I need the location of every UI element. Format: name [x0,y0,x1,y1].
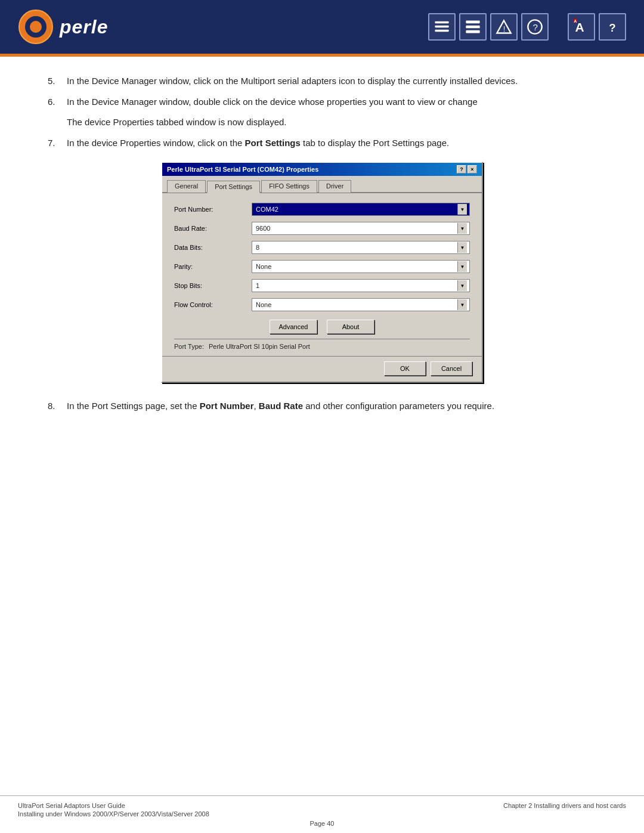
advanced-button[interactable]: Advanced [270,320,317,334]
svg-rect-7 [466,26,479,29]
steps-section: 5. In the Device Manager window, click o… [48,75,596,150]
svg-text:!: ! [503,24,506,33]
arrow-stop-bits[interactable]: ▼ [457,280,467,291]
label-parity: Parity: [174,263,252,270]
svg-text:A: A [574,19,577,23]
dialog-tabs: General Port Settings FIFO Settings Driv… [162,176,482,193]
field-parity: Parity: None ▼ [174,260,470,273]
field-data-bits: Data Bits: 8 ▼ [174,241,470,254]
header-toolbar: ! ? A A ? [428,13,626,41]
footer-row1: UltraPort Serial Adaptors User Guide Cha… [18,802,626,809]
step7-bold: Port Settings [245,138,301,148]
label-data-bits: Data Bits: [174,244,252,251]
svg-rect-4 [435,26,448,28]
svg-text:?: ? [609,21,615,34]
step8-text-mid: , [254,401,259,411]
step8-bold1: Port Number [200,401,254,411]
footer-left2: Installing under Windows 2000/XP/Server … [18,810,209,817]
about-button[interactable]: About [327,320,374,334]
svg-point-2 [30,21,42,33]
step-5: 5. In the Device Manager window, click o… [48,75,596,88]
step8-text-after: and other configuration parameters you r… [303,401,494,411]
main-content: 5. In the Device Manager window, click o… [0,57,644,444]
step8-bold2: Baud Rate [259,401,303,411]
port-type-value: Perle UltraPort SI 10pin Serial Port [209,343,310,350]
tab-general[interactable]: General [167,180,206,193]
page-footer: UltraPort Serial Adaptors User Guide Cha… [0,795,644,833]
logo-area: perle [18,9,108,45]
dialog-title: Perle UltraPort SI Serial Port (COM42) P… [167,166,318,173]
dialog-close-btn[interactable]: × [467,165,477,174]
dialog-bottom-buttons: OK Cancel [162,356,482,382]
step6-sub: The device Properties tabbed window is n… [48,116,596,129]
footer-right1: Chapter 2 Installing drivers and host ca… [503,802,626,809]
step-6: 6. In the Device Manager window, double … [48,95,596,109]
label-baud-rate: Baud Rate: [174,225,252,232]
cancel-button[interactable]: Cancel [431,361,472,376]
tab-fifo-settings[interactable]: FIFO Settings [261,180,317,193]
svg-rect-5 [435,30,448,32]
dialog-action-buttons: Advanced About [174,320,470,334]
select-parity[interactable]: None ▼ [252,260,470,273]
step8-text-before: In the Port Settings page, set the [67,401,200,411]
field-baud-rate: Baud Rate: 9600 ▼ [174,222,470,235]
header-font-icon[interactable]: A A [568,13,595,41]
header-question-icon[interactable]: ? [599,13,626,41]
step6-text: In the Device Manager window, double cli… [67,95,478,109]
step8-number: 8. [48,400,62,413]
svg-text:?: ? [533,22,538,32]
dialog-help-btn[interactable]: ? [457,165,466,174]
field-flow-control: Flow Control: None ▼ [174,298,470,311]
select-data-bits[interactable]: 8 ▼ [252,241,470,254]
arrow-parity[interactable]: ▼ [457,261,467,272]
svg-rect-8 [466,30,479,33]
dialog-screenshot: Perle UltraPort SI Serial Port (COM42) P… [48,162,596,383]
header-list-icon[interactable] [428,13,456,41]
select-baud-rate[interactable]: 9600 ▼ [252,222,470,235]
win-titlebar: Perle UltraPort SI Serial Port (COM42) P… [162,163,482,176]
port-type-label: Port Type: [174,343,204,350]
value-port-number: COM42 [255,206,457,213]
value-stop-bits: 1 [255,282,457,289]
value-parity: None [255,263,457,270]
select-stop-bits[interactable]: 1 ▼ [252,279,470,292]
label-stop-bits: Stop Bits: [174,282,252,289]
header-list2-icon[interactable] [459,13,487,41]
label-port-number: Port Number: [174,206,252,213]
field-stop-bits: Stop Bits: 1 ▼ [174,279,470,292]
step7-text-after: tab to display the Port Settings page. [301,138,449,148]
step8-text: In the Port Settings page, set the Port … [67,400,494,413]
ok-button[interactable]: OK [384,361,426,376]
tab-port-settings[interactable]: Port Settings [207,181,260,193]
step7-text: In the device Properties window, click o… [67,137,449,150]
tab-driver[interactable]: Driver [318,180,351,193]
value-data-bits: 8 [255,244,457,251]
logo-text: perle [60,16,108,38]
arrow-port-number[interactable]: ▼ [457,204,467,215]
arrow-flow-control[interactable]: ▼ [457,299,467,310]
perle-logo-icon [18,9,54,45]
footer-left1: UltraPort Serial Adaptors User Guide [18,802,125,809]
arrow-data-bits[interactable]: ▼ [457,242,467,253]
step7-number: 7. [48,137,62,150]
svg-rect-3 [435,21,448,24]
step6-number: 6. [48,95,62,109]
step5-number: 5. [48,75,62,88]
step7-text-before: In the device Properties window, click o… [67,138,245,148]
arrow-baud-rate[interactable]: ▼ [457,223,467,234]
step-8: 8. In the Port Settings page, set the Po… [48,400,596,413]
dialog-content: Port Number: COM42 ▼ Baud Rate: 9600 ▼ [162,193,482,356]
header-warning-icon[interactable]: ! [490,13,518,41]
header-help-icon[interactable]: ? [521,13,549,41]
select-flow-control[interactable]: None ▼ [252,298,470,311]
field-port-number: Port Number: COM42 ▼ [174,203,470,216]
footer-page: Page 40 [18,820,626,827]
value-flow-control: None [255,301,457,308]
footer-row2: Installing under Windows 2000/XP/Server … [18,810,626,817]
step-7: 7. In the device Properties window, clic… [48,137,596,150]
select-port-number[interactable]: COM42 ▼ [252,203,470,216]
label-flow-control: Flow Control: [174,301,252,308]
titlebar-buttons: ? × [457,165,477,174]
win-dialog: Perle UltraPort SI Serial Port (COM42) P… [161,162,483,383]
step5-text: In the Device Manager window, click on t… [67,75,518,88]
